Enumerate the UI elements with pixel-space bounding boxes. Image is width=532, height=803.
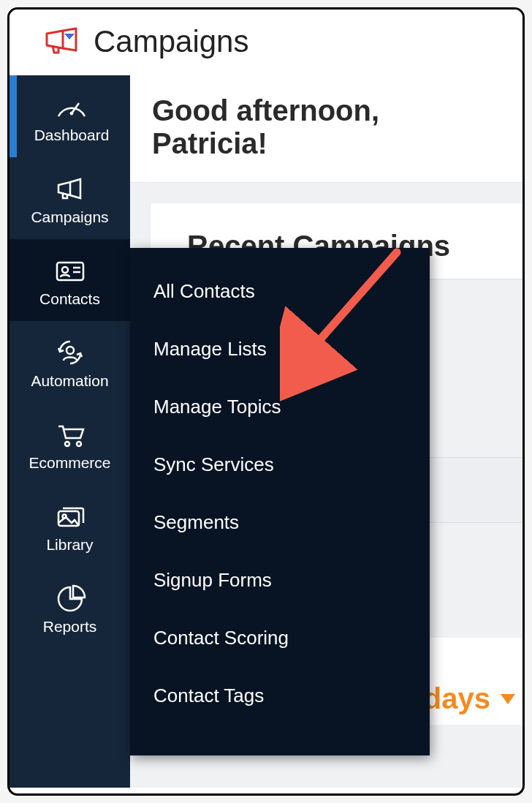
sidebar-item-contacts[interactable]: Contacts (10, 239, 130, 321)
sidebar-item-dashboard[interactable]: Dashboard (10, 75, 130, 157)
flyout-label: Manage Topics (153, 396, 281, 418)
megaphone-mail-icon (42, 26, 80, 57)
sidebar-item-ecommerce[interactable]: Ecommerce (10, 403, 130, 485)
greeting-bar: Good afternoon, Patricia! (130, 75, 522, 183)
flyout-label: All Contacts (153, 280, 255, 302)
sidebar-item-reports[interactable]: Reports (10, 567, 130, 649)
sidebar-item-label: Reports (43, 618, 97, 636)
svg-point-3 (62, 267, 68, 273)
cart-icon (53, 419, 88, 450)
flyout-label: Manage Lists (153, 338, 267, 360)
app-header: Campaigns (10, 10, 522, 75)
svg-point-7 (65, 442, 69, 446)
svg-point-6 (66, 347, 74, 354)
chevron-down-icon (501, 694, 515, 704)
flyout-item-segments[interactable]: Segments (130, 494, 430, 551)
sidebar-item-label: Contacts (39, 290, 100, 308)
sidebar-item-campaigns[interactable]: Campaigns (10, 157, 130, 239)
greeting-text: Good afternoon, Patricia! (152, 94, 501, 160)
sidebar-item-automation[interactable]: Automation (10, 321, 130, 403)
refresh-user-icon (53, 337, 88, 368)
svg-point-8 (77, 442, 81, 446)
flyout-label: Segments (153, 511, 239, 533)
sidebar-item-label: Campaigns (31, 208, 108, 226)
sidebar: Dashboard Campaigns (10, 75, 130, 788)
id-card-icon (53, 255, 88, 286)
megaphone-icon (53, 173, 88, 204)
flyout-label: Contact Scoring (153, 627, 289, 649)
app-title: Campaigns (94, 24, 248, 59)
svg-rect-9 (58, 511, 79, 526)
flyout-item-sync-services[interactable]: Sync Services (130, 436, 430, 494)
flyout-item-signup-forms[interactable]: Signup Forms (130, 551, 430, 609)
sidebar-item-label: Library (46, 536, 93, 554)
flyout-item-contact-scoring[interactable]: Contact Scoring (130, 609, 430, 667)
flyout-label: Contact Tags (153, 685, 264, 706)
flyout-item-manage-topics[interactable]: Manage Topics (130, 378, 430, 436)
app-body: Dashboard Campaigns (10, 75, 522, 788)
flyout-item-contact-tags[interactable]: Contact Tags (130, 667, 430, 725)
app-frame: Campaigns Dashboard (7, 7, 525, 796)
sidebar-item-label: Automation (31, 372, 108, 390)
sidebar-item-library[interactable]: Library (10, 485, 130, 567)
sidebar-item-label: Dashboard (34, 127, 110, 144)
flyout-item-all-contacts[interactable]: All Contacts (130, 263, 430, 320)
flyout-label: Sync Services (153, 453, 274, 475)
image-stack-icon (53, 501, 88, 532)
flyout-label: Signup Forms (153, 569, 272, 591)
svg-point-1 (70, 112, 73, 115)
gauge-icon (54, 91, 89, 122)
sidebar-item-label: Ecommerce (28, 454, 110, 472)
pie-chart-icon (53, 583, 88, 614)
contacts-flyout: All Contacts Manage Lists Manage Topics … (130, 248, 430, 755)
flyout-item-manage-lists[interactable]: Manage Lists (130, 320, 430, 378)
